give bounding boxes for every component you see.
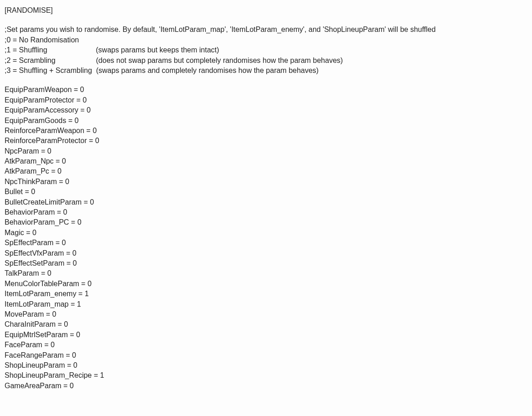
param-value: 0 — [63, 208, 67, 216]
equals-sign: = — [76, 290, 84, 298]
equals-sign: = — [24, 229, 32, 236]
equals-sign: = — [66, 117, 74, 124]
equals-sign: = — [55, 208, 63, 216]
param-row: NpcThinkParam = 0 — [5, 177, 527, 187]
param-row: SpEffectParam = 0 — [5, 238, 527, 248]
param-key: FaceRangeParam — [5, 351, 64, 359]
param-row: CharaInitParam = 0 — [5, 319, 527, 329]
equals-sign: = — [78, 106, 87, 114]
param-value: 0 — [80, 86, 84, 93]
param-key: CharaInitParam — [5, 320, 56, 328]
param-value: 0 — [73, 361, 77, 369]
param-row: ShopLineupParam_Recipe = 1 — [5, 370, 527, 380]
param-value: 0 — [51, 341, 55, 349]
comment-line: ;2 = Scrambling (does not swap params bu… — [5, 56, 527, 66]
equals-sign: = — [64, 249, 72, 257]
comment-line: ;3 = Shuffling + Scrambling (swaps param… — [5, 66, 527, 76]
comments-block: ;Set params you wish to randomise. By de… — [5, 25, 527, 76]
param-value: 0 — [93, 127, 97, 134]
param-row: EquipParamAccessory = 0 — [5, 105, 527, 115]
equals-sign: = — [23, 188, 31, 195]
param-key: GameAreaParam — [5, 382, 62, 390]
param-key: Bullet — [5, 188, 23, 195]
param-value: 0 — [83, 96, 87, 104]
param-row: MenuColorTableParam = 0 — [5, 279, 527, 289]
param-row: SpEffectVfxParam = 0 — [5, 248, 527, 258]
param-key: ItemLotParam_map — [5, 300, 69, 308]
param-value: 1 — [77, 300, 81, 308]
param-row: BehaviorParam = 0 — [5, 207, 527, 217]
equals-sign: = — [53, 239, 62, 247]
param-key: SpEffectSetParam — [5, 259, 64, 267]
comment-line: ;0 = No Randomisation — [5, 35, 527, 45]
equals-sign: = — [56, 320, 64, 328]
equals-sign: = — [79, 280, 88, 288]
param-value: 0 — [64, 320, 68, 328]
param-value: 0 — [70, 382, 74, 390]
param-row: FaceRangeParam = 0 — [5, 350, 527, 360]
param-value: 0 — [73, 259, 77, 267]
param-row: EquipParamGoods = 0 — [5, 116, 527, 126]
param-value: 0 — [88, 280, 92, 288]
section-header: [RANDOMISE] — [5, 5, 527, 15]
equals-sign: = — [68, 331, 76, 339]
equals-sign: = — [87, 137, 95, 144]
equals-sign: = — [69, 218, 77, 226]
param-row: Bullet = 0 — [5, 187, 527, 197]
param-key: EquipParamGoods — [5, 117, 66, 124]
param-value: 0 — [74, 117, 78, 124]
param-key: EquipParamAccessory — [5, 106, 78, 114]
param-row: EquipParamProtector = 0 — [5, 95, 527, 105]
param-value: 0 — [31, 188, 35, 195]
param-value: 0 — [65, 178, 69, 185]
equals-sign: = — [54, 157, 62, 165]
param-row: EquipMtrlSetParam = 0 — [5, 330, 527, 340]
param-key: EquipMtrlSetParam — [5, 331, 68, 339]
param-key: ShopLineupParam — [5, 361, 65, 369]
param-key: MoveParam — [5, 310, 44, 318]
equals-sign: = — [39, 269, 47, 277]
param-key: Magic — [5, 229, 24, 236]
param-row: ShopLineupParam = 0 — [5, 360, 527, 370]
param-row: ItemLotParam_map = 1 — [5, 299, 527, 309]
equals-sign: = — [49, 167, 57, 175]
equals-sign: = — [62, 382, 70, 390]
param-value: 1 — [85, 290, 89, 298]
param-key: BulletCreateLimitParam — [5, 198, 82, 206]
param-value: 0 — [62, 239, 66, 247]
param-value: 0 — [77, 218, 82, 226]
param-key: BehaviorParam — [5, 208, 55, 216]
equals-sign: = — [57, 178, 65, 185]
param-value: 0 — [76, 331, 80, 339]
param-row: BulletCreateLimitParam = 0 — [5, 197, 527, 207]
param-row: ReinforceParamProtector = 0 — [5, 136, 527, 146]
equals-sign: = — [42, 341, 51, 349]
equals-sign: = — [84, 127, 93, 134]
param-value: 0 — [72, 249, 77, 257]
param-key: NpcThinkParam — [5, 178, 57, 185]
param-row: TalkParam = 0 — [5, 268, 527, 278]
param-row: Magic = 0 — [5, 228, 527, 238]
equals-sign: = — [74, 96, 83, 104]
param-row: ItemLotParam_enemy = 1 — [5, 289, 527, 299]
param-key: TalkParam — [5, 269, 39, 277]
param-key: AtkParam_Pc — [5, 167, 49, 175]
equals-sign: = — [64, 259, 72, 267]
param-key: ShopLineupParam_Recipe — [5, 371, 92, 379]
param-row: EquipParamWeapon = 0 — [5, 85, 527, 95]
param-key: SpEffectVfxParam — [5, 249, 64, 257]
blank-line — [5, 76, 527, 85]
param-key: ReinforceParamProtector — [5, 137, 87, 144]
equals-sign: = — [92, 371, 100, 379]
param-row: ReinforceParamWeapon = 0 — [5, 126, 527, 136]
blank-line — [5, 15, 527, 25]
param-key: EquipParamProtector — [5, 96, 74, 104]
param-value: 0 — [52, 310, 56, 318]
param-row: BehaviorParam_PC = 0 — [5, 217, 527, 227]
param-value: 0 — [32, 229, 36, 236]
param-row: FaceParam = 0 — [5, 340, 527, 350]
param-key: SpEffectParam — [5, 239, 53, 247]
equals-sign: = — [65, 361, 73, 369]
param-value: 0 — [47, 269, 52, 277]
param-key: ItemLotParam_enemy — [5, 290, 76, 298]
